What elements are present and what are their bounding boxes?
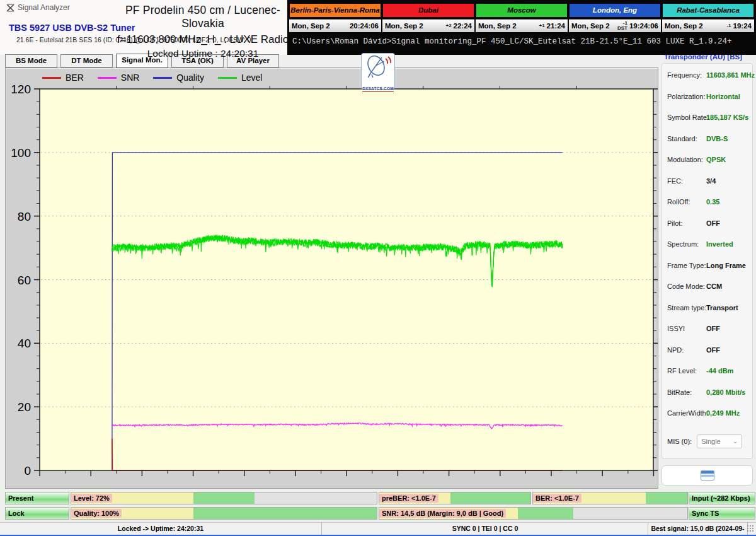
field-value: Transport xyxy=(706,304,738,312)
field-standard-: Standard: DVB-S xyxy=(667,135,750,156)
field-label: Modulation: xyxy=(667,156,706,163)
resize-grip[interactable] xyxy=(747,525,755,533)
meter-ber: BER: <1.0E-7 xyxy=(532,492,688,504)
svg-text:0: 0 xyxy=(24,464,31,477)
clock-city: Moscow xyxy=(476,3,568,18)
field-value: 3/4 xyxy=(706,177,716,185)
clock-city: Rabat-Casablanca xyxy=(662,3,754,18)
window-title: Signal Analyzer xyxy=(18,3,70,12)
tab-dt-mode[interactable]: DT Mode xyxy=(60,54,113,67)
clock-berlin-paris-vienna-roma: Berlin-Paris-Vienna-Roma Mon, Sep 220:24… xyxy=(289,3,381,32)
clock-city: Berlin-Paris-Vienna-Roma xyxy=(289,3,381,18)
site-line: PF Prodelin 450 cm / Lucenec-Slovakia xyxy=(112,4,294,30)
field-label: BitRate: xyxy=(667,388,706,396)
signal-chart: 020406080100120 xyxy=(6,68,658,488)
meter-present: Present xyxy=(5,492,69,504)
frequency-line: f=11603,800 MHz_H_ : LUXE Radio xyxy=(112,33,294,46)
world-clocks: Berlin-Paris-Vienna-Roma Mon, Sep 220:24… xyxy=(289,3,754,32)
status-sync: SYNC 0 | TEI 0 | CC 0 xyxy=(321,523,648,535)
meter-label: BER: <1.0E-7 xyxy=(533,494,581,503)
field-label: Spectrum: xyxy=(667,240,706,248)
field-value: 0,249 MHz xyxy=(706,409,740,417)
clock-time: Mon, Sep 220:24:06 xyxy=(289,19,381,32)
svg-text:40: 40 xyxy=(18,337,31,350)
field-issyi: ISSYI OFF xyxy=(667,325,750,346)
field-label: CarrierWidth: xyxy=(667,409,706,417)
capture-card-icon xyxy=(701,470,714,481)
field-stream-type-: Stream type: Transport xyxy=(667,304,750,325)
field-rolloff-: RollOff: 0.35 xyxy=(667,198,750,219)
field-carrierwidth-: CarrierWidth: 0,249 MHz xyxy=(667,409,750,431)
clock-moscow: Moscow Mon, Sep 2+121:24 xyxy=(476,3,568,32)
field-value: 0.35 xyxy=(706,198,719,206)
console-window: Berlin-Paris-Vienna-Roma Mon, Sep 220:24… xyxy=(287,0,756,55)
svg-text:20: 20 xyxy=(18,400,31,414)
field-value: DVB-S xyxy=(706,135,728,143)
capture-button[interactable] xyxy=(662,465,753,486)
field-spectrum-: Spectrum: Inverted xyxy=(667,240,750,262)
transponder-panel: Frequency: 11603,861 MHzPolarization: Ho… xyxy=(662,63,753,459)
meter-label: Present xyxy=(6,494,33,502)
svg-text:120: 120 xyxy=(11,83,31,96)
field-frame-type-: Frame Type: Long Frame xyxy=(667,262,750,283)
meter-label: Quality: 100% xyxy=(71,509,122,518)
field-label: Symbol Rate: xyxy=(667,114,706,121)
field-label: NPD: xyxy=(667,346,706,354)
signal-analyzer-icon xyxy=(6,4,14,12)
clock-london-eng: London, Eng Mon, Sep 2-1DST19:24:06 xyxy=(569,3,661,32)
meter-label: preBER: <1.0E-7 xyxy=(379,494,438,503)
field-code-mode-: Code Mode: CCM xyxy=(667,283,750,304)
clock-city: Dubai xyxy=(382,3,474,18)
field-polarization-: Polarization: Horizontal xyxy=(667,93,750,114)
uptime-line: Locked Uptime : 24:20:31 xyxy=(112,48,294,59)
field-label: RF Level: xyxy=(667,367,706,375)
clock-city: London, Eng xyxy=(569,3,661,18)
field-value: 11603,861 MHz xyxy=(706,71,755,79)
field-rf-level-: RF Level: -44 dBm xyxy=(667,367,750,388)
clock-time: Mon, Sep 2-119:24 xyxy=(662,19,754,32)
clock-time: Mon, Sep 2-1DST19:24:06 xyxy=(569,19,661,32)
chevron-down-icon: ⌄ xyxy=(733,438,738,445)
meter-level: Level: 72% xyxy=(71,492,377,504)
clock-time: Mon, Sep 2+222:24 xyxy=(382,19,474,32)
meter-label: SNR: 14,5 dB (Margin: 9,0 dB | Good) xyxy=(379,509,506,518)
meter-lock: Lock xyxy=(5,507,69,520)
meter-input-282-kbps-: Input (~282 Kbps) xyxy=(689,492,755,504)
field-value: Horizontal xyxy=(706,93,740,100)
field-label: Stream type: xyxy=(667,304,706,312)
status-bar: Locked -> Uptime: 24:20:31 SYNC 0 | TEI … xyxy=(0,522,756,536)
meter-label: Input (~282 Kbps) xyxy=(689,494,750,502)
field-npd-: NPD: OFF xyxy=(667,346,750,368)
meter-label: Sync TS xyxy=(689,510,719,517)
logo-text: DXSATCS.COM xyxy=(362,86,394,92)
status-best-signal: Best signal: 15,0 dB (2024-09-02 01:39) xyxy=(648,523,748,535)
session-header: PF Prodelin 450 cm / Lucenec-Slovakia f=… xyxy=(112,4,294,59)
field-fec-: FEC: 3/4 xyxy=(667,177,750,199)
svg-text:60: 60 xyxy=(18,274,31,287)
svg-text:80: 80 xyxy=(18,210,31,223)
meter-snr: SNR: 14,5 dB (Margin: 9,0 dB | Good) xyxy=(379,507,688,520)
field-value: OFF xyxy=(706,219,720,227)
meter-label: Level: 72% xyxy=(71,494,112,503)
tab-bs-mode[interactable]: BS Mode xyxy=(5,54,57,67)
mis-row: MIS (0): Single ⌄ xyxy=(667,434,750,448)
field-label: Polarization: xyxy=(667,93,706,100)
field-value: Long Frame xyxy=(706,262,746,269)
meter-quality: Quality: 100% xyxy=(71,507,377,520)
transponder-fields: Frequency: 11603,861 MHzPolarization: Ho… xyxy=(667,71,750,431)
signal-chart-panel: BER SNR Quality Level 020406080100120 xyxy=(5,67,658,489)
field-value: QPSK xyxy=(706,156,726,163)
transponder-sidebar: Transponder (AU) [BS] Frequency: 11603,8… xyxy=(662,53,753,486)
console-prompt: C:\Users\Roman Dávid>Signal monitoring_P… xyxy=(292,37,756,46)
field-value: -44 dBm xyxy=(706,367,733,375)
field-label: FEC: xyxy=(667,177,706,185)
meter-sync-ts: Sync TS xyxy=(689,507,755,520)
mis-dropdown[interactable]: Single ⌄ xyxy=(697,434,742,448)
clock-dubai: Dubai Mon, Sep 2+222:24 xyxy=(382,3,474,32)
clock-rabat-casablanca: Rabat-Casablanca Mon, Sep 2-119:24 xyxy=(662,3,754,32)
field-symbol-rate-: Symbol Rate: 185,187 KS/s xyxy=(667,114,750,135)
field-label: Pilot: xyxy=(667,219,706,227)
field-value: OFF xyxy=(706,346,720,354)
meter-preber: preBER: <1.0E-7 xyxy=(379,492,531,504)
field-label: Standard: xyxy=(667,135,706,143)
